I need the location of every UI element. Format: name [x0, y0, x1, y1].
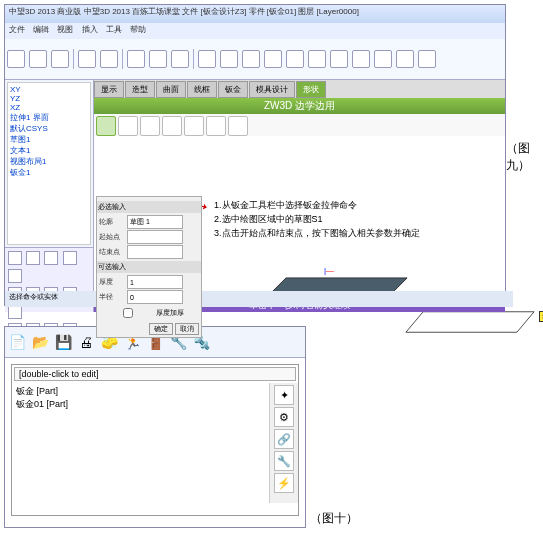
tool-icon[interactable]	[308, 50, 326, 68]
main-area: 显示 造型 曲面 线框 钣金 模具设计 形状 ZW3D 边学边用 ➘	[94, 80, 505, 312]
viewport[interactable]: ➘ 1.从钣金工具栏中选择钣金拉伸命令 2.选中绘图区域中的草图S1 3.点击开…	[94, 136, 505, 296]
tree-item[interactable]: 草图1	[10, 134, 88, 145]
menu-insert[interactable]: 插入	[82, 25, 98, 34]
save-icon[interactable]: 💾	[53, 332, 73, 352]
cancel-button[interactable]: 取消	[175, 323, 199, 335]
paste-icon[interactable]	[171, 50, 189, 68]
instructions: 1.从钣金工具栏中选择钣金拉伸命令 2.选中绘图区域中的草图S1 3.点击开始点…	[214, 198, 420, 240]
open-icon[interactable]: 📂	[30, 332, 50, 352]
tab-model[interactable]: 造型	[125, 81, 155, 98]
list-header[interactable]: [double-click to edit]	[14, 367, 296, 381]
extrude-icon[interactable]	[96, 116, 116, 136]
feature-tree[interactable]: XY YZ XZ 拉伸1 界面 默认CSYS 草图1 文本1 视图布局1 钣金1	[7, 82, 91, 245]
print-icon[interactable]: 🖨	[76, 332, 96, 352]
tree-item[interactable]: 文本1	[10, 145, 88, 156]
tool-icon[interactable]: 🔗	[274, 429, 294, 449]
menu-edit[interactable]: 编辑	[33, 25, 49, 34]
tool-icon[interactable]	[286, 50, 304, 68]
tool-icon[interactable]	[330, 50, 348, 68]
left-panel: XY YZ XZ 拉伸1 界面 默认CSYS 草图1 文本1 视图布局1 钣金1	[5, 80, 94, 312]
status-bar: 选择命令或实体	[5, 291, 513, 307]
tool-icon[interactable]: ⚡	[274, 473, 294, 493]
tree-item[interactable]: YZ	[10, 94, 88, 103]
undo-icon[interactable]	[78, 50, 96, 68]
tree-item[interactable]: 钣金1	[10, 167, 88, 178]
caption-figure-10: （图十）	[310, 510, 358, 527]
mini-tool-icon[interactable]	[63, 251, 77, 265]
tool-icon[interactable]	[418, 50, 436, 68]
redo-icon[interactable]	[100, 50, 118, 68]
tree-item[interactable]: XY	[10, 85, 88, 94]
input-profile[interactable]	[127, 215, 183, 229]
mini-tool-icon[interactable]	[44, 251, 58, 265]
tutorial-title: ZW3D 边学边用	[94, 98, 505, 114]
cut-icon[interactable]	[127, 50, 145, 68]
figure-ten-screenshot: 📄 📂 💾 🖨 🧽 🏃 🚪 🔧 🔩 [double-click to edit]…	[4, 326, 306, 528]
right-toolbar: ✦ ⚙ 🔗 🔧 ⚡	[269, 383, 298, 503]
label-start: 起始点	[99, 232, 127, 242]
tool-icon[interactable]	[396, 50, 414, 68]
tab-shape[interactable]: 形状	[296, 81, 326, 98]
tool-icon[interactable]	[374, 50, 392, 68]
menu-tools[interactable]: 工具	[106, 25, 122, 34]
mini-tool-icon[interactable]	[8, 269, 22, 283]
tab-bar: 显示 造型 曲面 线框 钣金 模具设计 形状	[94, 80, 505, 98]
tool-icon[interactable]	[220, 50, 238, 68]
input-end[interactable]	[127, 245, 183, 259]
tool-icon[interactable]	[228, 116, 248, 136]
ribbon-toolbar	[5, 39, 505, 80]
part-list-box: [double-click to edit] 钣金 [Part] 钣金01 [P…	[11, 364, 299, 516]
tool-icon[interactable]: 🔧	[274, 451, 294, 471]
prop-header-required: 必选输入	[97, 201, 201, 213]
tool-icon[interactable]	[206, 116, 226, 136]
menu-help[interactable]: 帮助	[130, 25, 146, 34]
tool-icon[interactable]: ⚙	[274, 407, 294, 427]
new-icon[interactable]: 📄	[7, 332, 27, 352]
tool-icon[interactable]	[140, 116, 160, 136]
s1-label: S1	[539, 311, 543, 322]
new-icon[interactable]	[7, 50, 25, 68]
tool-icon[interactable]: ✦	[274, 385, 294, 405]
menu-view[interactable]: 视图	[57, 25, 73, 34]
tab-sheetmetal[interactable]: 钣金	[218, 81, 248, 98]
tab-mold[interactable]: 模具设计	[249, 81, 295, 98]
tool-icon[interactable]	[352, 50, 370, 68]
tool-icon[interactable]	[242, 50, 260, 68]
tab-wire[interactable]: 线框	[187, 81, 217, 98]
window-title: 中望3D 2013 商业版 中望3D 2013 百炼工场课堂 文件 [钣金设计Z…	[5, 5, 505, 23]
figure-nine-screenshot: 中望3D 2013 商业版 中望3D 2013 百炼工场课堂 文件 [钣金设计Z…	[4, 4, 506, 306]
instruction-2: 2.选中绘图区域中的草图S1	[214, 212, 420, 226]
mini-tool-icon[interactable]	[8, 305, 22, 319]
copy-icon[interactable]	[149, 50, 167, 68]
ok-button[interactable]: 确定	[149, 323, 173, 335]
menu-file[interactable]: 文件	[9, 25, 25, 34]
tool-icon[interactable]	[264, 50, 282, 68]
list-item[interactable]: 钣金01 [Part]	[16, 398, 265, 411]
mini-tool-icon[interactable]	[8, 251, 22, 265]
tool-icon[interactable]	[118, 116, 138, 136]
input-radius[interactable]	[127, 290, 183, 304]
tool-icon[interactable]	[162, 116, 182, 136]
tool-icon[interactable]	[184, 116, 204, 136]
tree-item[interactable]: XZ	[10, 103, 88, 112]
instruction-3: 3.点击开始点和结束点，按下图输入相关参数并确定	[214, 226, 420, 240]
tree-item[interactable]: 视图布局1	[10, 156, 88, 167]
tab-display[interactable]: 显示	[94, 81, 124, 98]
part-list[interactable]: 钣金 [Part] 钣金01 [Part]	[12, 383, 269, 503]
prop-header-optional: 可选输入	[97, 261, 201, 273]
list-item[interactable]: 钣金 [Part]	[16, 385, 265, 398]
tree-item[interactable]: 拉伸1 界面	[10, 112, 88, 123]
save-icon[interactable]	[51, 50, 69, 68]
tab-surface[interactable]: 曲面	[156, 81, 186, 98]
label-end: 结束点	[99, 247, 127, 257]
input-start[interactable]	[127, 230, 183, 244]
sketch-outline	[405, 312, 535, 333]
label-profile: 轮廓	[99, 217, 127, 227]
open-icon[interactable]	[29, 50, 47, 68]
input-thickness[interactable]	[127, 275, 183, 289]
mini-tool-icon[interactable]	[26, 251, 40, 265]
tree-item[interactable]: 默认CSYS	[10, 123, 88, 134]
tool-icon[interactable]	[198, 50, 216, 68]
caption-figure-9: （图九）	[506, 140, 543, 174]
checkbox-thicken[interactable]	[103, 308, 153, 318]
